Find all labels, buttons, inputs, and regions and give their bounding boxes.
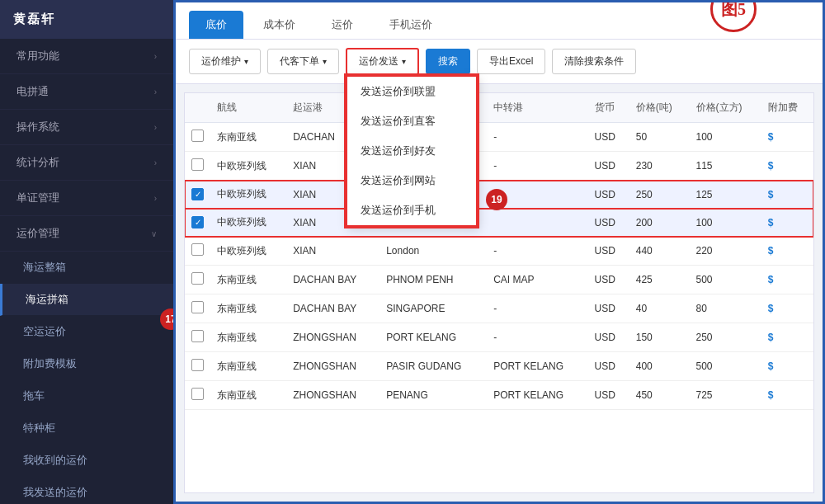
dropdown-arrow-icon: ▾ [402, 57, 406, 66]
row-transit: - [487, 323, 587, 352]
btn-agent[interactable]: 代客下单 ▾ [267, 49, 339, 74]
row-dest: PORT KELANG [380, 323, 487, 352]
row-price_ton: 400 [629, 352, 690, 381]
sidebar-item-epintong[interactable]: 电拼通 › [0, 74, 173, 110]
sidebar-item-label: 单证管理 [16, 191, 59, 205]
btn-clear-label: 清除搜索条件 [564, 54, 624, 68]
sidebar-subitem-label: 我收到的运价 [23, 453, 157, 468]
row-checkbox-cell[interactable] [185, 381, 210, 410]
btn-agent-label: 代客下单 [280, 54, 319, 68]
sidebar-subitem-label: 拖车 [23, 389, 157, 403]
btn-export[interactable]: 导出Excel [477, 49, 545, 74]
row-price_cbm: 725 [690, 381, 761, 410]
row-price_cbm: 115 [690, 152, 761, 181]
chevron-right-icon: › [154, 87, 157, 97]
row-origin: ZHONGSHAN [286, 323, 380, 352]
sidebar-item-docs[interactable]: 单证管理 › [0, 181, 173, 216]
checkbox-unchecked[interactable] [191, 130, 204, 142]
sidebar-item-label: 操作系统 [16, 120, 59, 134]
sidebar-item-stats[interactable]: 统计分析 › [0, 145, 173, 181]
checkbox-unchecked[interactable] [191, 388, 204, 400]
chevron-right-icon: › [154, 52, 157, 61]
tab-freight[interactable]: 运价 [315, 11, 370, 39]
checkbox-unchecked[interactable] [191, 359, 204, 371]
btn-send-label: 运价发送 [359, 54, 398, 68]
sidebar-subitem-received[interactable]: 我收到的运价 [0, 445, 173, 477]
sidebar-subitem-ocean-full[interactable]: 海运整箱 [0, 252, 173, 284]
dropdown-item-website[interactable]: 发送运价到网站 [347, 166, 476, 195]
sidebar-subitem-ocean-lcl[interactable]: 海运拼箱 17 [0, 284, 173, 316]
checkbox-checked[interactable]: ✓ [191, 216, 204, 228]
row-route: 东南亚线 [210, 352, 286, 381]
dropdown-item-union[interactable]: 发送运价到联盟 [347, 77, 476, 106]
row-checkbox-cell[interactable]: ✓18 [185, 181, 210, 209]
row-fee: $ [761, 181, 813, 209]
checkbox-unchecked[interactable] [191, 158, 204, 171]
row-fee: $ [761, 266, 813, 294]
checkbox-unchecked[interactable] [191, 301, 204, 313]
checkbox-checked[interactable]: ✓ [191, 188, 204, 200]
sidebar-item-common[interactable]: 常用功能 › [0, 39, 173, 74]
btn-maintain[interactable]: 运价维护 ▾ [189, 49, 261, 74]
row-route: 中欧班列线 [210, 209, 286, 237]
row-checkbox-cell[interactable] [185, 123, 210, 152]
row-price_ton: 230 [629, 152, 690, 181]
sidebar-item-operations[interactable]: 操作系统 › [0, 110, 173, 145]
btn-search[interactable]: 搜索 [426, 49, 470, 74]
row-checkbox-cell[interactable]: ✓ [185, 209, 210, 237]
row-price_cbm: 80 [690, 294, 761, 323]
row-price_ton: 250 [629, 181, 690, 209]
table-row: 东南亚线ZHONGSHANPORT KELANG-USD150250$ [185, 323, 813, 352]
row-checkbox-cell[interactable] [185, 266, 210, 294]
sidebar: 黄磊轩 常用功能 › 电拼通 › 操作系统 › 统计分析 › 单证管理 › 运价… [0, 0, 173, 504]
dropdown-arrow-icon: ▾ [323, 57, 327, 66]
row-transit [487, 209, 587, 237]
row-transit: PORT KELANG [487, 352, 587, 381]
checkbox-unchecked[interactable] [191, 330, 204, 342]
sidebar-header: 黄磊轩 [0, 0, 173, 39]
checkbox-unchecked[interactable] [191, 272, 204, 285]
table-header-row: 航线 起运港 目的港 中转港 货币 价格(吨) 价格(立方) 附加费 [185, 93, 813, 123]
sidebar-subitem-sent[interactable]: 我发送的运价 [0, 477, 173, 504]
dropdown-item-direct[interactable]: 发送运价到直客 [347, 106, 476, 136]
row-currency: USD [588, 381, 629, 410]
row-route: 中欧班列线 [210, 237, 286, 266]
row-price_ton: 450 [629, 381, 690, 410]
row-checkbox-cell[interactable] [185, 352, 210, 381]
row-price_ton: 440 [629, 237, 690, 266]
table-area: 航线 起运港 目的港 中转港 货币 价格(吨) 价格(立方) 附加费 东南亚线D… [184, 92, 814, 493]
row-price_cbm: 220 [690, 237, 761, 266]
sidebar-item-freight[interactable]: 运价管理 ∨ [0, 216, 173, 252]
row-checkbox-cell[interactable] [185, 294, 210, 323]
sidebar-section-main: 常用功能 › 电拼通 › 操作系统 › 统计分析 › 单证管理 › 运价管理 ∨… [0, 39, 173, 504]
chevron-right-icon: › [154, 158, 157, 167]
btn-clear[interactable]: 清除搜索条件 [552, 49, 636, 74]
sidebar-subitem-truck[interactable]: 拖车 [0, 380, 173, 412]
row-checkbox-cell[interactable] [185, 237, 210, 266]
sidebar-item-label: 电拼通 [16, 84, 49, 99]
row-price_ton: 200 [629, 209, 690, 237]
row-checkbox-cell[interactable] [185, 323, 210, 352]
table-row: 东南亚线DACHAN BAYPHNOM PENHCAI MAPUSD425500… [185, 266, 813, 294]
dropdown-item-mobile[interactable]: 发送运价到手机 [347, 195, 476, 225]
sidebar-subitem-surcharge[interactable]: 附加费模板 [0, 348, 173, 380]
row-fee: $ [761, 352, 813, 381]
tab-mobile-freight[interactable]: 手机运价 [373, 11, 449, 39]
row-transit: - [487, 123, 587, 152]
sidebar-subitem-special[interactable]: 特种柜 [0, 412, 173, 445]
checkbox-unchecked[interactable] [191, 243, 204, 256]
dropdown-item-friend[interactable]: 发送运价到好友 [347, 136, 476, 166]
sidebar-subitem-label: 我发送的运价 [23, 485, 157, 500]
row-origin: DACHAN BAY [286, 266, 380, 294]
tab-base-price[interactable]: 底价 [189, 11, 243, 39]
sidebar-subitem-air[interactable]: 空运运价 [0, 316, 173, 348]
btn-send[interactable]: 运价发送 ▾ [346, 48, 419, 75]
row-route: 东南亚线 [210, 381, 286, 410]
row-currency: USD [588, 266, 629, 294]
sidebar-subitem-label: 海运拼箱 [26, 292, 157, 307]
top-tabs: 底价 成本价 运价 手机运价 图5 [176, 2, 823, 40]
row-checkbox-cell[interactable] [185, 152, 210, 181]
tab-cost-price[interactable]: 成本价 [247, 11, 312, 39]
row-currency: USD [588, 237, 629, 266]
sidebar-subitem-label: 特种柜 [23, 421, 157, 436]
